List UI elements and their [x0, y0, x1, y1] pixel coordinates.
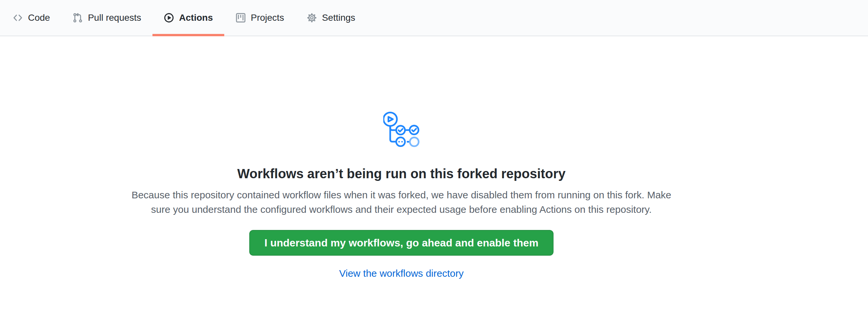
- tab-settings[interactable]: Settings: [296, 0, 367, 36]
- code-icon: [12, 12, 23, 23]
- enable-workflows-button[interactable]: I understand my workflows, go ahead and …: [249, 230, 554, 256]
- tab-actions[interactable]: Actions: [152, 0, 224, 36]
- tab-label: Actions: [179, 12, 213, 23]
- blankslate-description: Because this repository contained workfl…: [130, 188, 673, 217]
- blankslate-title: Workflows aren’t being run on this forke…: [237, 165, 565, 182]
- gear-icon: [307, 12, 317, 23]
- tab-label: Settings: [322, 12, 355, 23]
- tab-label: Pull requests: [88, 12, 141, 23]
- pull-request-icon: [72, 12, 83, 23]
- tab-pull-requests[interactable]: Pull requests: [61, 0, 152, 36]
- workflow-graph-icon: [383, 111, 420, 152]
- project-icon: [236, 12, 246, 23]
- play-circle-icon: [164, 12, 174, 23]
- actions-blankslate: Workflows aren’t being run on this forke…: [0, 36, 803, 280]
- workflows-directory-link[interactable]: View the workflows directory: [339, 267, 464, 280]
- repo-nav: Code Pull requests Actions: [0, 0, 868, 36]
- tab-projects[interactable]: Projects: [224, 0, 296, 36]
- tab-label: Code: [28, 12, 50, 23]
- tab-code[interactable]: Code: [1, 0, 61, 36]
- tab-label: Projects: [251, 12, 284, 23]
